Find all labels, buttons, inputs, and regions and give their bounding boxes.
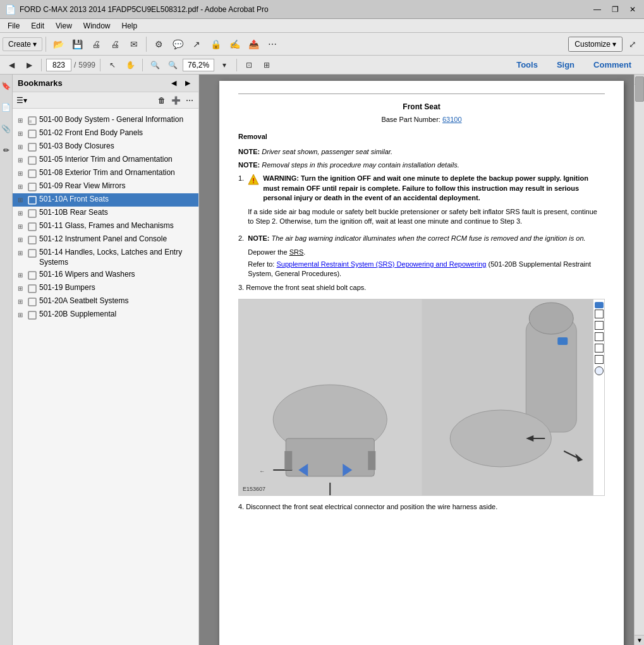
bookmark-501-10b[interactable]: ⊞ 501-10B Rear Seats [13, 207, 198, 220]
svg-text:!: ! [252, 177, 255, 184]
srs-link[interactable]: Supplemental Restraint System (SRS) Depo… [276, 260, 486, 268]
menu-bar: File Edit View Window Help [0, 19, 644, 33]
print-button[interactable]: 🖨 [87, 35, 105, 53]
maximize-button[interactable]: ❐ [609, 3, 621, 16]
zoom-in[interactable]: 🔍 [165, 57, 180, 73]
bookmark-expand-501-14[interactable]: ⊞ [18, 249, 25, 257]
expand-button[interactable]: ⤢ [624, 35, 641, 53]
bookmark-501-10a[interactable]: ⊞ 501-10A Front Seats [13, 193, 198, 207]
bookmark-icon-501-20a [27, 297, 37, 307]
fit-width[interactable]: ⊞ [259, 57, 274, 73]
bookmark-501-14[interactable]: ⊞ 501-14 Handles, Locks, Latches and Ent… [13, 246, 198, 268]
bookmark-expand-501-20b[interactable]: ⊞ [18, 311, 25, 319]
export-button[interactable]: ↗ [188, 35, 205, 53]
bookmark-501-16[interactable]: ⊞ 501-16 Wipers and Washers [13, 268, 198, 282]
bookmark-501-03[interactable]: ⊞ 501-03 Body Closures [13, 140, 198, 154]
panel-nav-right[interactable]: ▶ [182, 78, 193, 89]
zoom-out[interactable]: 🔍 [147, 57, 162, 73]
menu-file[interactable]: File [3, 20, 25, 32]
tools-button[interactable]: Tools [507, 57, 547, 72]
scroll-down-arrow[interactable]: ▼ [635, 635, 644, 645]
sign-tool[interactable]: ✍ [226, 35, 243, 53]
toolbar: Create ▾ 📂 💾 🖨 🖨 ✉ ⚙ 💬 ↗ 🔒 ✍ 📤 ⋯ Customi… [0, 33, 644, 56]
left-icon-bookmarks[interactable]: 🔖 [1, 77, 11, 95]
open-button[interactable]: 📂 [49, 35, 67, 53]
scroll-thumb[interactable] [635, 76, 644, 102]
bookmark-501-20b[interactable]: ⊞ 501-20B Supplemental [13, 308, 198, 322]
sign-button[interactable]: Sign [548, 57, 583, 72]
close-button[interactable]: ✕ [626, 3, 639, 16]
bookmark-expand-501-02[interactable]: ⊞ [18, 130, 25, 138]
share-button[interactable]: 📤 [245, 35, 262, 53]
print2-button[interactable]: 🖨 [106, 35, 124, 53]
email-button[interactable]: ✉ [125, 35, 143, 53]
left-icon-attachments[interactable]: 📎 [1, 120, 11, 138]
comment-button[interactable]: Comment [585, 57, 640, 72]
hand-tool[interactable]: ✋ [123, 57, 138, 73]
svg-text:←: ← [259, 468, 265, 474]
bookmark-expand-501-09[interactable]: ⊞ [18, 183, 25, 191]
panel-nav-left[interactable]: ◀ [168, 78, 179, 89]
minimize-button[interactable]: — [591, 3, 604, 16]
pdf-step2-note: NOTE: The air bag warning indicator illu… [248, 234, 605, 243]
zoom-input[interactable] [183, 59, 214, 71]
panel-delete-btn[interactable]: 🗑 [155, 94, 168, 107]
pdf-step2-content: NOTE: The air bag warning indicator illu… [248, 234, 605, 279]
bookmark-501-00[interactable]: ⊞ ≡ 501-00 Body System - General Informa… [13, 114, 198, 127]
bookmark-501-19[interactable]: ⊞ 501-19 Bumpers [13, 282, 198, 295]
bookmark-501-02[interactable]: ⊞ 501-02 Front End Body Panels [13, 127, 198, 140]
panel-menu-btn[interactable]: ☰▾ [15, 94, 28, 107]
pdf-removal-section: Removal [238, 132, 605, 142]
bookmark-501-05[interactable]: ⊞ 501-05 Interior Trim and Ornamentation [13, 154, 198, 167]
menu-help[interactable]: Help [117, 20, 143, 32]
svg-rect-26 [368, 451, 375, 470]
bookmark-expand-501-11[interactable]: ⊞ [18, 222, 25, 231]
fit-page[interactable]: ⊡ [241, 57, 257, 73]
svg-rect-7 [28, 196, 36, 204]
bookmark-expand-501-05[interactable]: ⊞ [18, 156, 25, 164]
bookmark-501-09[interactable]: ⊞ 501-09 Rear View Mirrors [13, 180, 198, 193]
settings-button[interactable]: ⚙ [150, 35, 167, 53]
content-scroll[interactable]: Front Seat Base Part Number: 63100 Remov… [199, 75, 644, 645]
bookmark-icon-501-20b [27, 310, 37, 320]
save-button[interactable]: 💾 [68, 35, 86, 53]
menu-view[interactable]: View [51, 20, 77, 32]
select-tool[interactable]: ↖ [105, 57, 120, 73]
zoom-arrow[interactable]: ▾ [217, 57, 232, 73]
more-button[interactable]: ⋯ [264, 35, 281, 53]
nav-divider-1 [41, 59, 42, 71]
bookmark-501-20a[interactable]: ⊞ 501-20A Seatbelt Systems [13, 295, 198, 308]
left-icon-edit[interactable]: ✏ [1, 142, 11, 159]
create-button[interactable]: Create ▾ [3, 37, 42, 51]
panel-more-btn[interactable]: ⋯ [183, 94, 196, 107]
bookmark-expand-501-19[interactable]: ⊞ [18, 284, 25, 292]
left-icon-pages[interactable]: 📄 [1, 99, 11, 116]
nav-forward[interactable]: ▶ [21, 57, 37, 73]
bookmark-501-11[interactable]: ⊞ 501-11 Glass, Frames and Mechanisms [13, 220, 198, 233]
page-number-input[interactable] [46, 59, 71, 71]
bookmark-expand-501-00[interactable]: ⊞ [18, 116, 25, 124]
customize-button[interactable]: Customize ▾ [568, 37, 623, 52]
bookmark-expand-501-08[interactable]: ⊞ [18, 169, 25, 178]
bookmark-expand-501-20a[interactable]: ⊞ [18, 298, 25, 306]
pdf-note1-label: NOTE: [238, 148, 260, 155]
panel-add-btn[interactable]: ➕ [169, 94, 182, 107]
bookmark-expand-501-10a[interactable]: ⊞ [18, 196, 25, 204]
bookmark-501-12[interactable]: ⊞ 501-12 Instrument Panel and Console [13, 233, 198, 246]
menu-window[interactable]: Window [78, 20, 116, 32]
comment-tool[interactable]: 💬 [169, 35, 186, 53]
menu-edit[interactable]: Edit [26, 20, 49, 32]
toolbar-separator-2 [146, 37, 147, 52]
pdf-partnumber: Base Part Number: 63100 [238, 115, 605, 124]
bookmark-icon-501-08 [27, 169, 37, 179]
bookmark-expand-501-03[interactable]: ⊞ [18, 143, 25, 151]
nav-bar: ◀ ▶ / 5999 ↖ ✋ 🔍 🔍 ▾ ⊡ ⊞ Tools Sign Comm… [0, 56, 644, 75]
bookmark-expand-501-12[interactable]: ⊞ [18, 236, 25, 244]
bookmark-expand-501-10b[interactable]: ⊞ [18, 209, 25, 217]
bookmark-501-08[interactable]: ⊞ 501-08 Exterior Trim and Ornamentation [13, 167, 198, 180]
part-number-link[interactable]: 63100 [442, 116, 462, 123]
bookmark-expand-501-16[interactable]: ⊞ [18, 271, 25, 279]
app-icon: 📄 [5, 4, 16, 15]
nav-back[interactable]: ◀ [4, 57, 19, 73]
protect-button[interactable]: 🔒 [207, 35, 224, 53]
